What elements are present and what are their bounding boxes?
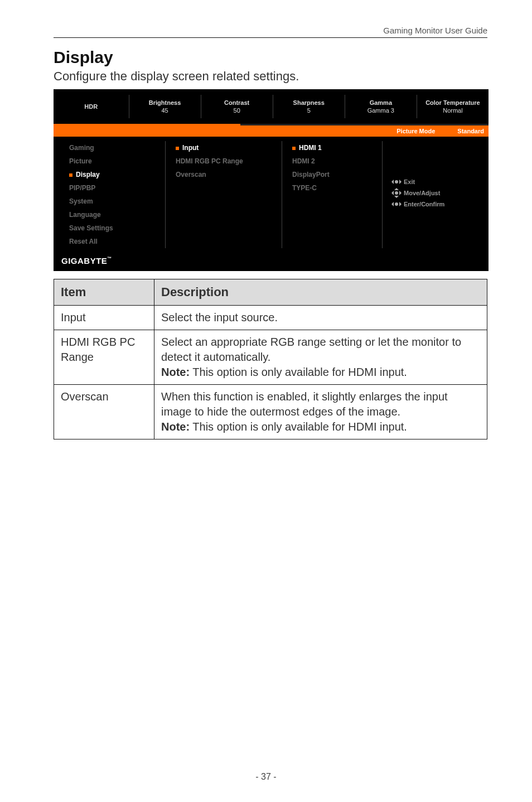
osd-stat-label: Color Temperature xyxy=(417,99,489,106)
joystick-icon xyxy=(393,178,400,186)
osd-stat-value: 50 xyxy=(201,107,273,114)
osd-opt-hdmi2[interactable]: HDMI 2 xyxy=(292,154,382,168)
section-subtitle: Configure the display screen related set… xyxy=(54,69,487,84)
joystick-icon xyxy=(393,189,400,197)
osd-menu-display[interactable]: Display xyxy=(69,168,165,181)
osd-stat-brightness: Brightness 45 xyxy=(129,89,201,124)
osd-stat-value: Gamma 3 xyxy=(345,107,417,114)
osd-sub-input[interactable]: Input xyxy=(176,141,276,154)
th-item: Item xyxy=(54,279,154,306)
osd-stat-hdr: HDR xyxy=(54,89,129,124)
osd-stat-gamma: Gamma Gamma 3 xyxy=(345,89,417,124)
osd-stat-sharpness: Sharpness 5 xyxy=(273,89,345,124)
osd-stat-contrast: Contrast 50 xyxy=(201,89,273,124)
osd-opt-hdmi1[interactable]: HDMI 1 xyxy=(292,141,382,154)
td-item: Input xyxy=(54,305,154,330)
osd-right-menu: HDMI 1 HDMI 2 DisplayPort TYPE-C xyxy=(282,141,383,248)
td-item: HDMI RGB PC Range xyxy=(54,330,154,384)
header-rule: Gaming Monitor User Guide xyxy=(54,26,487,38)
table-row: HDMI RGB PC Range Select an appropriate … xyxy=(54,330,487,384)
brand-logo: GIGABYTE™ xyxy=(54,256,489,271)
osd-stat-value: 5 xyxy=(273,107,345,114)
td-desc: When this function is enabled, it slight… xyxy=(154,384,487,439)
osd-hint-label: Move/Adjust xyxy=(404,190,440,196)
osd-hint-exit: Exit xyxy=(393,178,489,186)
osd-stat-value: 45 xyxy=(129,107,201,114)
osd-hints: Exit Move/Adjust Enter/Confirm xyxy=(383,141,489,248)
table-header-row: Item Description xyxy=(54,279,487,306)
osd-progress-track xyxy=(54,124,489,125)
table-row: Input Select the input source. xyxy=(54,305,487,330)
osd-strip-right: Standard xyxy=(457,128,484,134)
active-marker-icon xyxy=(69,173,72,177)
osd-stat-label: Sharpness xyxy=(273,99,345,106)
osd-hint-label: Exit xyxy=(404,178,415,185)
note-text: This option is only available for HDMI i… xyxy=(190,366,407,378)
osd-strip-left: Picture Mode xyxy=(396,128,435,134)
note-label: Note: xyxy=(161,366,190,378)
desc-text: Select an appropriate RGB range setting … xyxy=(161,336,461,363)
osd-body: Gaming Picture Display PIP/PBP System La… xyxy=(54,137,489,256)
osd-stat-colortemp: Color Temperature Normal xyxy=(417,89,489,124)
osd-mid-menu: Input HDMI RGB PC Range Overscan xyxy=(165,141,282,248)
td-desc: Select the input source. xyxy=(154,305,487,330)
osd-hint-enter: Enter/Confirm xyxy=(393,200,489,208)
osd-left-menu: Gaming Picture Display PIP/PBP System La… xyxy=(54,141,165,248)
osd-menu-reset[interactable]: Reset All xyxy=(69,235,165,248)
joystick-icon xyxy=(393,200,400,208)
osd-sub-hdmirgb[interactable]: HDMI RGB PC Range xyxy=(176,154,276,168)
osd-sub-overscan[interactable]: Overscan xyxy=(176,168,276,181)
osd-opt-typec[interactable]: TYPE-C xyxy=(292,181,382,195)
td-desc: Select an appropriate RGB range setting … xyxy=(154,330,487,384)
osd-opt-dp[interactable]: DisplayPort xyxy=(292,168,382,181)
osd-stat-label: HDR xyxy=(54,103,129,110)
osd-menu-gaming[interactable]: Gaming xyxy=(69,141,165,154)
osd-hint-move: Move/Adjust xyxy=(393,189,489,197)
osd-stat-label: Brightness xyxy=(129,99,201,106)
osd-picture-mode-strip: Picture Mode Standard xyxy=(54,125,489,137)
osd-menu-picture[interactable]: Picture xyxy=(69,154,165,168)
th-desc: Description xyxy=(154,279,487,306)
osd-progress-fill xyxy=(54,124,240,125)
desc-text: When this function is enabled, it slight… xyxy=(161,390,448,418)
header-title: Gaming Monitor User Guide xyxy=(383,26,487,35)
osd-top-row: HDR Brightness 45 Contrast 50 Sharpness … xyxy=(54,89,489,124)
osd-hint-label: Enter/Confirm xyxy=(404,201,444,207)
osd-menu-system[interactable]: System xyxy=(69,195,165,208)
note-text: This option is only available for HDMI i… xyxy=(190,421,407,433)
osd-stat-label: Gamma xyxy=(345,99,417,106)
note-label: Note: xyxy=(161,421,190,433)
active-marker-icon xyxy=(176,147,179,150)
page-number: - 37 - xyxy=(0,772,532,782)
table-row: Overscan When this function is enabled, … xyxy=(54,384,487,439)
osd-menu-save[interactable]: Save Settings xyxy=(69,221,165,235)
section-heading: Display xyxy=(54,48,487,67)
osd-menu-language[interactable]: Language xyxy=(69,208,165,221)
osd-stat-label: Contrast xyxy=(201,99,273,106)
active-marker-icon xyxy=(292,147,296,150)
osd-menu-pippbp[interactable]: PIP/PBP xyxy=(69,181,165,195)
osd-stat-value: Normal xyxy=(417,107,489,114)
td-item: Overscan xyxy=(54,384,154,439)
osd-panel: HDR Brightness 45 Contrast 50 Sharpness … xyxy=(54,89,489,271)
description-table: Item Description Input Select the input … xyxy=(54,279,487,439)
